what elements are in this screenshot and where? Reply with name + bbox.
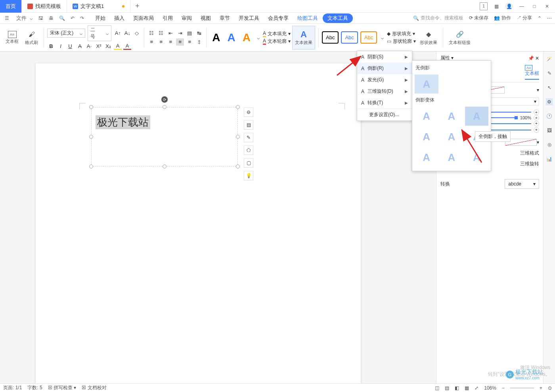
clear-format-icon[interactable]: ◇: [133, 30, 141, 37]
text-fill-button[interactable]: A 文本填充 ▾: [263, 31, 291, 37]
dropdown-shadow[interactable]: A阴影(S)▶: [357, 51, 412, 63]
align-right-icon[interactable]: ≡: [166, 38, 174, 46]
menu-review[interactable]: 审阅: [178, 13, 196, 23]
decrease-font-icon[interactable]: A↓: [123, 30, 131, 37]
view-icon-3[interactable]: ◧: [455, 385, 459, 391]
selected-textbox[interactable]: ⟳ 极光下载站 ⊖ ▤ ✎ ⬠ ▢ 💡: [91, 107, 238, 166]
reflection-none[interactable]: A: [415, 75, 438, 94]
highlight-button[interactable]: A: [114, 43, 122, 50]
outdent-icon[interactable]: ⇤: [166, 30, 174, 37]
reflection-variant-hover[interactable]: A: [465, 107, 488, 126]
chart-icon[interactable]: 📊: [546, 155, 553, 163]
dropdown-3d-rotate[interactable]: A三维旋转(D)▶: [357, 86, 412, 97]
menu-view[interactable]: 视图: [197, 13, 215, 23]
grid-icon[interactable]: ▦: [492, 2, 500, 10]
reflection-variant[interactable]: A: [440, 127, 463, 146]
view-icon-1[interactable]: ◫: [435, 385, 439, 391]
font-name-select[interactable]: 宋体 (正文)⌵: [47, 29, 85, 38]
menu-dev-tools[interactable]: 开发工具: [235, 13, 263, 23]
shape-fill-button[interactable]: ◆ 形状填充 ▾: [387, 31, 416, 37]
textbox-group[interactable]: A≡ 文本框: [3, 26, 21, 50]
preview-icon[interactable]: 🔍: [57, 15, 67, 22]
menu-vip[interactable]: 会员专享: [264, 13, 293, 23]
expand-icon[interactable]: ⊖: [244, 107, 253, 117]
print-icon[interactable]: 🖶: [47, 15, 55, 22]
unsaved-status[interactable]: ⟳ 未保存: [469, 15, 488, 21]
redo-icon[interactable]: ↷: [78, 15, 86, 22]
textbox-link-button[interactable]: 🔗 文本框链接: [446, 26, 473, 50]
align-left-icon[interactable]: ≡: [147, 38, 155, 46]
number-list-icon[interactable]: ☷: [157, 30, 165, 37]
plus-button[interactable]: +: [534, 109, 539, 115]
shape-style-2[interactable]: Abc: [341, 31, 358, 44]
underline-button[interactable]: U: [66, 43, 74, 50]
menu-insert[interactable]: 插入: [110, 13, 128, 23]
shape-style-more[interactable]: ⌵: [379, 35, 385, 40]
line-spacing-icon[interactable]: ‡: [195, 38, 203, 46]
view-icon-4[interactable]: ▦: [465, 385, 469, 391]
reflection-variant[interactable]: A: [415, 127, 438, 146]
zoom-slider[interactable]: [510, 388, 534, 388]
bullet-list-icon[interactable]: ☷: [147, 30, 155, 37]
minimize-button[interactable]: —: [518, 2, 526, 10]
menu-page-layout[interactable]: 页面布局: [129, 13, 158, 23]
zoom-out[interactable]: −: [502, 385, 505, 391]
menu-start[interactable]: 开始: [91, 13, 109, 23]
pin-icon[interactable]: 📌: [528, 55, 534, 61]
layout-icon[interactable]: ▤: [244, 120, 253, 130]
clock-icon[interactable]: 🕐: [546, 113, 553, 120]
panel-tab-textbox[interactable]: A≡文本框: [525, 65, 539, 80]
zoom-value[interactable]: 106%: [484, 385, 496, 391]
close-button[interactable]: ✕: [543, 2, 551, 10]
resize-handle[interactable]: [163, 164, 166, 168]
menu-more[interactable]: ⌃: [538, 15, 542, 21]
text-style-blue[interactable]: A: [225, 31, 238, 44]
emphasis-button[interactable]: A·: [85, 43, 93, 50]
dropdown-reflection[interactable]: A倒影(R)▶: [357, 63, 412, 74]
page[interactable]: ⟳ 极光下载站 ⊖ ▤ ✎ ⬠ ▢ 💡: [36, 63, 361, 383]
tab-add-button[interactable]: +: [130, 2, 144, 10]
gallery-icon[interactable]: 🖼: [546, 127, 553, 134]
reflection-variant[interactable]: A: [440, 148, 463, 167]
shape-style-1[interactable]: Abc: [322, 31, 339, 44]
tab-template[interactable]: 找稻壳模板: [22, 0, 67, 13]
status-more[interactable]: ⊙: [548, 385, 552, 391]
resize-handle[interactable]: [163, 105, 166, 109]
text-outline-button[interactable]: A 文本轮廓 ▾: [263, 38, 291, 45]
location-icon[interactable]: ◎: [546, 141, 553, 148]
align-center-icon[interactable]: ≡: [157, 38, 165, 46]
resize-handle[interactable]: [89, 164, 93, 168]
reflection-variant[interactable]: A: [415, 148, 438, 167]
plus-button[interactable]: +: [534, 115, 539, 120]
reset-icon[interactable]: ▢: [244, 158, 253, 168]
text-effect-button[interactable]: A 文本效果: [292, 26, 315, 50]
font-size-select[interactable]: 二号⌵: [88, 25, 111, 41]
reflection-variant[interactable]: A: [415, 107, 438, 126]
settings-icon[interactable]: ⚙: [546, 98, 553, 105]
save-icon[interactable]: 🖫: [37, 15, 45, 22]
proof-toggle[interactable]: ☒ 文档校对: [82, 384, 106, 391]
shape-effect-button[interactable]: ◆ 形状效果: [417, 26, 440, 50]
rotate-handle[interactable]: ⟳: [161, 96, 168, 103]
resize-handle[interactable]: [236, 135, 240, 139]
menu-ellipsis[interactable]: ⋯: [547, 15, 552, 21]
collab-button[interactable]: 👥 协作: [494, 15, 511, 21]
bold-button[interactable]: B: [47, 43, 55, 50]
char-spacing-icon[interactable]: ↹: [195, 30, 203, 37]
menu-references[interactable]: 引用: [159, 13, 177, 23]
command-search[interactable]: 🔍 查找命令、搜索模板: [413, 15, 463, 21]
dropdown-more-settings[interactable]: 更多设置(O)...: [357, 109, 412, 120]
rocket-icon[interactable]: 🪄: [546, 55, 553, 63]
dropdown-arrow[interactable]: ▾: [537, 87, 539, 93]
edit-icon[interactable]: ✎: [244, 133, 253, 142]
strikethrough-button[interactable]: A̶: [76, 43, 84, 50]
resize-handle[interactable]: [89, 105, 93, 109]
spell-check-toggle[interactable]: ☒ 拼写检查 ▾: [48, 384, 77, 391]
cursor-icon[interactable]: ↖: [546, 84, 553, 91]
text-style-black[interactable]: A: [210, 31, 222, 44]
subscript-button[interactable]: X₂: [104, 43, 112, 50]
align-justify-icon[interactable]: ≡: [176, 38, 184, 46]
ruler-icon[interactable]: ▤: [186, 30, 193, 37]
style-more[interactable]: ⌵: [255, 35, 261, 40]
font-color-button[interactable]: A: [123, 43, 131, 50]
